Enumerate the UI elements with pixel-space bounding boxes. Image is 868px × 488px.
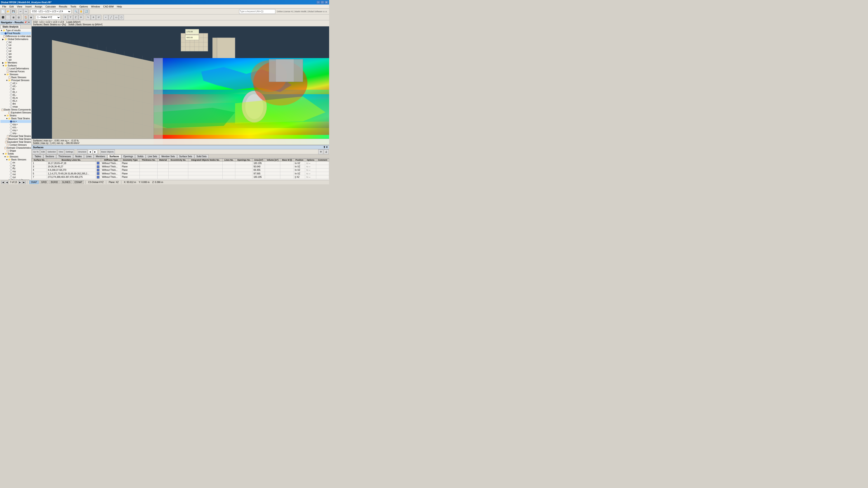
bgrid-btn[interactable]: BGRID <box>49 181 60 184</box>
view-combo[interactable]: 1 - Global XYZ <box>36 15 61 20</box>
tree-radio[interactable] <box>10 88 12 90</box>
tree-toggle[interactable]: ▼ <box>4 156 6 158</box>
menu-options[interactable]: Options <box>78 5 89 8</box>
btab-tables[interactable]: Tables <box>33 155 43 158</box>
tree-radio[interactable] <box>10 94 12 96</box>
tree-toggle[interactable]: ▼ <box>0 29 3 32</box>
tree-item-yz[interactable]: τyz <box>0 176 31 179</box>
tree-radio[interactable] <box>10 129 12 131</box>
tree-item-x[interactable]: ●εx,+ <box>0 120 31 123</box>
menu-edit[interactable]: Edit <box>8 5 15 8</box>
tree-item-[interactable]: θ+ <box>0 88 31 91</box>
tree-item-strains[interactable]: ▼📁Strains <box>0 114 31 117</box>
display-btn[interactable]: 🏠 <box>23 15 28 20</box>
view-btn-4[interactable]: ▥ <box>16 15 21 20</box>
bottom-table[interactable]: Surface No. Boundary Lines No. Stiffness… <box>32 158 329 180</box>
btab-sections[interactable]: Sections <box>43 155 56 158</box>
undo-button[interactable]: ↩ <box>18 9 23 14</box>
rotate-btn[interactable]: 🔄 <box>84 9 89 14</box>
tree-item-members[interactable]: ▶📁Members <box>0 61 31 64</box>
menu-tools[interactable]: Tools <box>69 5 78 8</box>
menu-assign[interactable]: Assign <box>33 5 43 8</box>
bottom-panel-close[interactable]: ✕ <box>326 146 328 149</box>
tree-item-basicstresses[interactable]: ▼📁Basic Stresses <box>0 158 31 161</box>
tree-radio[interactable] <box>6 50 8 52</box>
btab-thicknesses[interactable]: Thicknesses <box>56 155 73 158</box>
tree-radio[interactable] <box>10 103 12 105</box>
tree-radio[interactable] <box>10 97 12 99</box>
tree-radio[interactable] <box>10 132 12 134</box>
settings-btn[interactable]: Settings <box>65 149 74 154</box>
surface-btn[interactable]: ▭ <box>114 15 119 20</box>
tree-item-1[interactable]: θ1,+ <box>0 91 31 94</box>
struct-prev[interactable]: ◀ <box>88 150 92 154</box>
tree-item-localdeformations[interactable]: 📋Local Deformations <box>0 67 31 70</box>
tree-radio[interactable] <box>10 106 12 108</box>
table-row[interactable]: 1 16,17,28,65-47,18 Without Thick... Pla… <box>32 162 329 165</box>
tree-item-xy[interactable]: εxy,+ <box>0 129 31 132</box>
load-combo[interactable]: CO2 · LC1 + LC2 + LC3 + LC4 <box>31 9 71 14</box>
tree-item-contactstresses[interactable]: 📋Contact Stresses <box>0 143 31 147</box>
tree-item-elasticstresscomponents[interactable]: 📋Elastic Stress Components <box>0 108 31 111</box>
menu-cad-bim[interactable]: CAD-BIM <box>102 5 115 8</box>
x-view-btn[interactable]: X <box>63 15 68 20</box>
bottom-panel-expand[interactable]: ⬆ <box>323 146 325 149</box>
glines-btn[interactable]: GLINES <box>61 181 72 184</box>
tree-item-principaltotalstrains[interactable]: 📋Principal Total Strains <box>0 135 31 138</box>
node-btn[interactable]: • <box>103 15 108 20</box>
tree-toggle[interactable]: ▼ <box>4 73 6 76</box>
btab-nodes[interactable]: Nodes <box>73 155 84 158</box>
page-first[interactable]: |◀ <box>1 181 4 184</box>
tree-item-equivalentstresses[interactable]: 📋Equivalent Stresses <box>0 111 31 114</box>
tree-radio[interactable] <box>6 53 8 55</box>
tree-toggle[interactable]: ▼ <box>6 159 8 161</box>
btab-lines[interactable]: Lines <box>84 155 94 158</box>
tree-toggle[interactable]: ▶ <box>2 62 4 64</box>
select-btn[interactable]: ↖ <box>86 15 91 20</box>
pan-btn[interactable]: ✋ <box>79 9 84 14</box>
tree-item-u[interactable]: |u| <box>0 41 31 43</box>
tree-toggle[interactable]: ▼ <box>6 118 8 120</box>
menu-results[interactable]: Results <box>58 5 69 8</box>
struct-next[interactable]: ▶ <box>93 150 97 154</box>
tree-radio[interactable]: ● <box>4 32 7 35</box>
tree-radio[interactable] <box>6 59 8 61</box>
tree-toggle[interactable]: ▶ <box>2 38 4 40</box>
page-next[interactable]: ▶ <box>18 181 22 184</box>
tree-item-typeofresults[interactable]: ▼📁Type of results <box>0 29 31 32</box>
menu-file[interactable]: File <box>1 5 8 8</box>
tree-radio[interactable] <box>10 162 12 164</box>
nav-tab-static[interactable]: Static Analysis <box>0 25 21 28</box>
keyword-search[interactable] <box>239 9 275 14</box>
tree-radio[interactable] <box>10 91 12 93</box>
tree-radio[interactable] <box>10 176 12 178</box>
tree-item-m[interactable]: θm <box>0 102 31 105</box>
tree-radio[interactable] <box>6 44 8 46</box>
table-row[interactable]: 4 4-9,268,37-58,270 Without Thick... Pla… <box>32 168 329 172</box>
tree-item-internalforces[interactable]: 📋Internal Forces <box>0 70 31 73</box>
tree-item-y[interactable]: σy <box>0 164 31 167</box>
move-btn[interactable]: ✛ <box>91 15 96 20</box>
table-row[interactable]: 3 19-26,36-45,27 Without Thick... Plane … <box>32 165 329 168</box>
tree-radio[interactable] <box>10 82 12 85</box>
menu-help[interactable]: Help <box>116 5 123 8</box>
tree-toggle[interactable]: ▼ <box>4 115 6 117</box>
osnap-btn[interactable]: OSNAP <box>73 181 84 184</box>
tree-radio[interactable] <box>10 126 12 129</box>
tree-item-finalresults[interactable]: ●Final Results <box>0 32 31 35</box>
structure-btn[interactable]: Structure <box>77 149 88 154</box>
view-btn-1[interactable]: ⬛ <box>0 15 5 20</box>
tree-radio[interactable] <box>10 173 12 175</box>
view-btn-3[interactable]: ▦ <box>11 15 16 20</box>
table-row[interactable]: 7 273,274,388,403-397,470-459,275 Withou… <box>32 175 329 179</box>
canvas-area[interactable]: 0.06 0.05 0.03 0.02 0.00 -0.02 -0.04 -0.… <box>32 26 329 145</box>
btab-line-sets[interactable]: Line Sets <box>146 155 159 158</box>
tree-toggle[interactable]: ▼ <box>2 65 4 67</box>
tree-item-uz[interactable]: uz <box>0 50 31 53</box>
tree-item-y[interactable]: φy <box>0 55 31 58</box>
open-button[interactable]: 📂 <box>6 9 11 14</box>
tree-item-stresses[interactable]: ▼📁Stresses <box>0 73 31 76</box>
tree-radio[interactable] <box>10 167 12 170</box>
view-btn[interactable]: View <box>57 149 64 154</box>
tree-item-principalstresses[interactable]: 📋Principal Stresses <box>0 179 31 180</box>
